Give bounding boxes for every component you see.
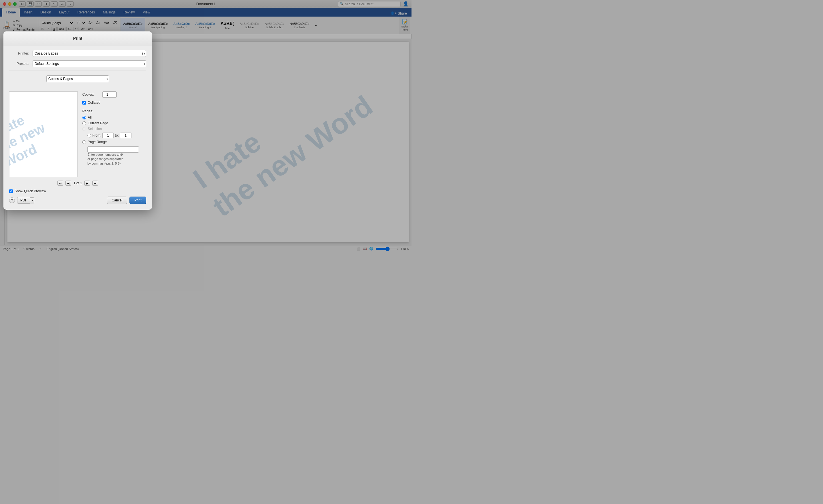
pages-section-label: Pages: bbox=[82, 109, 146, 113]
presets-row: Presets: Default Settings ▾ bbox=[9, 60, 146, 67]
footer-actions: Cancel Print bbox=[107, 197, 146, 204]
from-label: From: bbox=[92, 133, 101, 137]
current-page-row: Current Page bbox=[82, 121, 146, 125]
all-radio[interactable] bbox=[82, 116, 86, 120]
nav-next-button[interactable]: ▶ bbox=[84, 181, 90, 186]
selection-row: Selection bbox=[82, 127, 146, 131]
presets-select-wrapper: Default Settings ▾ bbox=[33, 60, 146, 67]
print-preview-box: I hatethe newWord bbox=[9, 92, 78, 177]
nav-last-button[interactable]: ⏭ bbox=[92, 181, 98, 186]
from-to-radio[interactable] bbox=[88, 134, 91, 137]
printer-label: Printer: bbox=[9, 51, 29, 55]
preview-watermark: I hatethe newWord bbox=[9, 98, 78, 177]
presets-label: Presets: bbox=[9, 62, 29, 66]
printer-select-wrapper: Casa de Babes ⬆▾ bbox=[33, 50, 146, 57]
collated-label: Collated bbox=[88, 101, 100, 105]
from-input[interactable] bbox=[102, 133, 114, 138]
pdf-dropdown-button[interactable]: ▾ bbox=[30, 197, 34, 203]
current-page-label: Current Page bbox=[88, 121, 108, 125]
printer-row: Printer: Casa de Babes ⬆▾ bbox=[9, 50, 146, 57]
print-dialog: Print Printer: Casa de Babes ⬆▾ Presets:… bbox=[3, 31, 152, 210]
quick-preview-row: Show Quick Preview bbox=[3, 187, 152, 193]
nav-prev-button[interactable]: ◀ bbox=[65, 181, 71, 186]
dialog-overlay: Print Printer: Casa de Babes ⬆▾ Presets:… bbox=[0, 0, 412, 252]
quick-preview-label: Show Quick Preview bbox=[15, 189, 46, 193]
selection-radio[interactable] bbox=[82, 127, 86, 131]
all-pages-row: All bbox=[82, 116, 146, 120]
to-label: to: bbox=[115, 133, 119, 137]
print-button[interactable]: Print bbox=[130, 197, 146, 204]
copies-row: Copies: bbox=[82, 92, 146, 98]
printer-select[interactable]: Casa de Babes bbox=[33, 50, 146, 57]
presets-select[interactable]: Default Settings bbox=[33, 60, 146, 67]
nav-page-label: 1 of 1 bbox=[73, 181, 82, 185]
page-range-row: Page Range bbox=[82, 140, 146, 144]
dialog-main: I hatethe newWord Copies: Collated Pages… bbox=[3, 92, 152, 177]
current-page-radio[interactable] bbox=[82, 122, 86, 125]
all-label: All bbox=[88, 116, 92, 120]
dialog-divider bbox=[9, 70, 146, 71]
section-select-wrapper: Copies & Pages ▾ bbox=[46, 75, 109, 82]
collated-checkbox[interactable] bbox=[82, 101, 86, 105]
page-range-radio[interactable] bbox=[82, 140, 86, 144]
to-input[interactable] bbox=[120, 133, 132, 138]
section-select[interactable]: Copies & Pages bbox=[46, 75, 109, 82]
dialog-footer: ? PDF ▾ Cancel Print bbox=[3, 193, 152, 204]
quick-preview-checkbox[interactable] bbox=[9, 189, 13, 193]
page-range-hint: Enter page numbers and/or page ranges se… bbox=[88, 153, 146, 166]
dialog-content: Printer: Casa de Babes ⬆▾ Presets: Defau… bbox=[3, 45, 152, 92]
print-options-box: Copies: Collated Pages: All bbox=[82, 92, 146, 177]
copies-label: Copies: bbox=[82, 93, 102, 97]
nav-first-button[interactable]: ⏮ bbox=[57, 181, 63, 186]
section-selector-wrapper: Copies & Pages ▾ bbox=[9, 75, 146, 82]
copies-input[interactable] bbox=[102, 92, 117, 98]
pdf-button[interactable]: PDF bbox=[17, 197, 30, 204]
page-range-label: Page Range bbox=[88, 140, 107, 144]
from-to-row: From: to: bbox=[88, 133, 146, 138]
page-range-input[interactable] bbox=[88, 146, 139, 153]
dialog-title: Print bbox=[3, 31, 152, 45]
pdf-btn-group: PDF ▾ bbox=[17, 197, 34, 204]
cancel-button[interactable]: Cancel bbox=[107, 197, 127, 204]
help-button[interactable]: ? bbox=[9, 197, 15, 203]
collated-row: Collated bbox=[82, 101, 146, 105]
print-preview-nav: ⏮ ◀ 1 of 1 ▶ ⏭ bbox=[3, 177, 152, 187]
selection-label: Selection bbox=[88, 127, 102, 131]
